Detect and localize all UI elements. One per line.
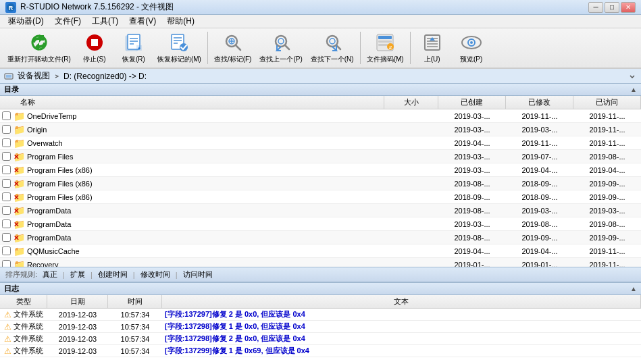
file-checkbox[interactable]	[0, 177, 12, 190]
file-accessed: 2019-11-...	[573, 139, 641, 147]
file-icon-cell: ✕ 📁	[12, 190, 26, 204]
sort-modify-time[interactable]: 修改时间	[140, 269, 170, 280]
table-row[interactable]: 📁 OneDriveTemp 2019-03-... 2019-11-... 2…	[0, 109, 641, 123]
find-prev-button[interactable]: 查找上一个(P)	[256, 30, 305, 66]
file-checkbox[interactable]	[0, 136, 12, 150]
file-checkbox[interactable]	[0, 258, 12, 267]
menu-tools[interactable]: 工具(T)	[86, 14, 124, 28]
log-col-text-header[interactable]: 文本	[162, 295, 641, 308]
file-panel-expand[interactable]: ▲	[630, 86, 637, 93]
menu-drive[interactable]: 驱动器(D)	[3, 14, 49, 28]
table-row[interactable]: 📁 Overwatch 2019-04-... 2019-11-... 2019…	[0, 136, 641, 150]
list-item[interactable]: ⚠ 文件系统 2019-12-03 10:57:34 [字段:137299]修复…	[0, 345, 641, 357]
recover-button[interactable]: 恢复(R)	[115, 30, 153, 66]
menu-help[interactable]: 帮助(H)	[161, 14, 200, 28]
file-modified: 2019-11-...	[506, 112, 573, 120]
svg-point-22	[278, 38, 284, 44]
log-time: 10:57:34	[108, 311, 162, 319]
sort-extend[interactable]: 扩展	[70, 269, 85, 280]
find-mark-button[interactable]: 查找/标记(F)	[211, 30, 255, 66]
close-button[interactable]: ✕	[621, 2, 636, 13]
sort-true[interactable]: 真正	[43, 269, 57, 280]
menu-view[interactable]: 查看(V)	[124, 14, 161, 28]
maximize-button[interactable]: □	[605, 2, 619, 13]
menu-file[interactable]: 文件(F)	[49, 14, 86, 28]
table-row[interactable]: ✕ 📁 ProgramData 2019-08-... 2019-09-... …	[0, 231, 641, 244]
col-modified-header[interactable]: 已修改	[506, 96, 573, 109]
log-date: 2019-12-03	[47, 335, 108, 343]
address-expand-button[interactable]	[627, 72, 637, 81]
window-controls[interactable]: ─ □ ✕	[588, 2, 636, 13]
file-checkbox[interactable]	[0, 217, 12, 231]
log-col-type-header[interactable]: 类型	[0, 295, 47, 308]
sort-create-time[interactable]: 创建时间	[98, 269, 128, 280]
file-checkbox[interactable]	[0, 123, 12, 136]
log-text: [字段:137297]修复 2 是 0x0, 但应该是 0x4	[162, 309, 641, 319]
recover-marked-icon	[168, 32, 190, 53]
col-name-header[interactable]: 名称	[0, 96, 384, 109]
log-text: [字段:137298]修复 2 是 0x0, 但应该是 0x4	[162, 334, 641, 344]
file-checkbox[interactable]	[0, 150, 12, 163]
list-item[interactable]: ⚠ 文件系统 2019-12-03 10:57:34 [字段:137297]修复…	[0, 309, 641, 321]
table-row[interactable]: ✕ 📁 ProgramData 2019-03-... 2019-08-... …	[0, 217, 641, 231]
table-row[interactable]: 📁 Origin 2019-03-... 2019-03-... 2019-11…	[0, 123, 641, 136]
file-checkbox[interactable]	[0, 109, 12, 123]
col-created-header[interactable]: 已创建	[438, 96, 506, 109]
log-time: 10:57:34	[108, 323, 162, 331]
table-row[interactable]: ✕ 📁 Program Files 2019-03-... 2019-07-..…	[0, 150, 641, 163]
file-modified: 2019-03-...	[506, 207, 573, 215]
warn-icon: ⚠	[4, 346, 11, 356]
file-created: 2019-03-...	[438, 153, 506, 161]
file-checkbox[interactable]	[0, 163, 12, 177]
sort-access-time[interactable]: 访问时间	[183, 269, 213, 280]
file-modified: 2019-09-...	[506, 234, 573, 242]
file-modified: 2019-04-...	[506, 247, 573, 255]
log-type: ⚠ 文件系统	[0, 334, 47, 344]
file-accessed: 2019-09-...	[573, 193, 641, 201]
table-row[interactable]: 📁 Recovery 2019-01-... 2019-01-... 2019-…	[0, 258, 641, 267]
warn-icon: ⚠	[4, 322, 11, 332]
file-modified: 2019-11-...	[506, 139, 573, 147]
table-row[interactable]: ✕ 📁 Program Files (x86) 2019-08-... 2018…	[0, 177, 641, 190]
table-row[interactable]: 📁 QQMusicCache 2019-04-... 2019-04-... 2…	[0, 244, 641, 258]
preview-button[interactable]: 预览(P)	[453, 30, 490, 66]
file-name: Program Files	[26, 153, 384, 161]
find-prev-label: 查找上一个(P)	[259, 55, 302, 64]
recover-marked-button[interactable]: 恢复标记的(M)	[154, 30, 205, 66]
table-row[interactable]: ✕ 📁 Program Files (x86) 2019-03-... 2019…	[0, 163, 641, 177]
file-checkbox[interactable]	[0, 244, 12, 258]
file-created: 2019-08-...	[438, 207, 506, 215]
list-item[interactable]: ⚠ 文件系统 2019-12-03 10:57:34 [字段:137298]修复…	[0, 333, 641, 345]
file-accessed: 2019-09-...	[573, 234, 641, 242]
svg-rect-4	[91, 39, 98, 46]
col-size-header[interactable]: 大小	[384, 96, 438, 109]
file-checkbox[interactable]	[0, 231, 12, 244]
file-accessed: 2019-04-...	[573, 166, 641, 174]
status-bar: 排序规则: 真正 | 扩展 | 创建时间 | 修改时间 | 访问时间	[0, 267, 641, 282]
refresh-button[interactable]: 重新打开驱动文件(R)	[4, 30, 74, 66]
list-item[interactable]: ⚠ 文件系统 2019-12-03 10:57:34 [字段:137298]修复…	[0, 321, 641, 333]
find-next-button[interactable]: 查找下一个(N)	[307, 30, 357, 66]
file-name: Program Files (x86)	[26, 193, 384, 201]
table-row[interactable]: ✕ 📁 ProgramData 2019-08-... 2019-03-... …	[0, 204, 641, 217]
refresh-label: 重新打开驱动文件(R)	[7, 55, 71, 64]
file-accessed: 2019-11-...	[573, 247, 641, 255]
file-checkbox[interactable]	[0, 204, 12, 217]
log-columns-header: 类型 日期 时间 文本	[0, 295, 641, 309]
log-col-date-header[interactable]: 日期	[47, 295, 108, 308]
address-bar: 设备视图 D: (Recognized0) -> D:	[0, 69, 641, 84]
log-type: ⚠ 文件系统	[0, 346, 47, 356]
hash-button[interactable]: # 文件摘码(M)	[363, 30, 407, 66]
log-panel-expand[interactable]: ▲	[630, 285, 637, 292]
file-icon-cell: ✕ 📁	[12, 231, 26, 244]
table-row[interactable]: ✕ 📁 Program Files (x86) 2018-09-... 2018…	[0, 190, 641, 204]
col-accessed-header[interactable]: 已访问	[573, 96, 641, 109]
file-icon-cell: 📁	[12, 123, 26, 136]
up-button[interactable]: 上(U)	[413, 30, 451, 66]
log-col-time-header[interactable]: 时间	[108, 295, 162, 308]
minimize-button[interactable]: ─	[588, 2, 603, 13]
file-icon-cell: ✕ 📁	[12, 217, 26, 231]
recover-label: 恢复(R)	[122, 55, 145, 64]
stop-button[interactable]: 停止(S)	[76, 30, 113, 66]
file-checkbox[interactable]	[0, 190, 12, 204]
